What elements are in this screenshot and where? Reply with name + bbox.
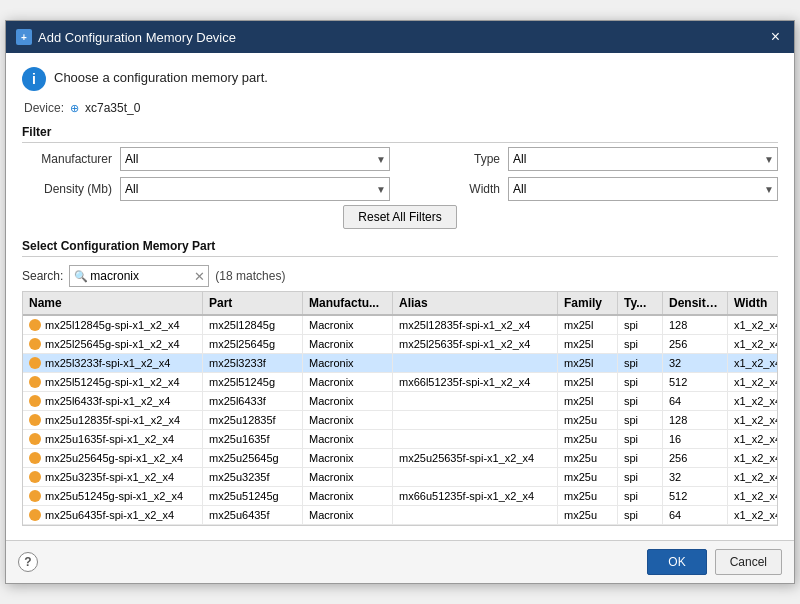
device-row: Device: ⊕ xc7a35t_0 [22, 101, 778, 115]
device-icon: ⊕ [70, 102, 79, 115]
cell-family: mx25l [558, 316, 618, 334]
row-icon [29, 338, 41, 350]
cell-manufacturer: Macronix [303, 487, 393, 505]
cell-name: mx25l3233f-spi-x1_x2_x4 [23, 354, 203, 372]
footer-left: ? [18, 552, 38, 572]
cell-width: x1_x2_x4 [728, 468, 777, 486]
search-clear-icon[interactable]: ✕ [194, 269, 205, 284]
cell-type: spi [618, 354, 663, 372]
filter-section-label: Filter [22, 125, 778, 143]
cell-family: mx25u [558, 449, 618, 467]
col-part: Part [203, 292, 303, 314]
type-select-wrapper: All ▼ [508, 147, 778, 171]
table-row[interactable]: mx25u51245g-spi-x1_x2_x4 mx25u51245g Mac… [23, 487, 777, 506]
cell-name: mx25u1635f-spi-x1_x2_x4 [23, 430, 203, 448]
col-type: Ty... [618, 292, 663, 314]
density-select[interactable]: All [120, 177, 390, 201]
cell-alias [393, 468, 558, 486]
type-label: Type [410, 152, 500, 166]
cell-name: mx25l25645g-spi-x1_x2_x4 [23, 335, 203, 353]
col-family: Family [558, 292, 618, 314]
row-icon [29, 509, 41, 521]
table-container: Name Part Manufactu... Alias Family Ty..… [22, 291, 778, 526]
table-row[interactable]: mx25u1635f-spi-x1_x2_x4 mx25u1635f Macro… [23, 430, 777, 449]
cell-width: x1_x2_x4 [728, 373, 777, 391]
row-icon [29, 376, 41, 388]
table-row[interactable]: mx25l51245g-spi-x1_x2_x4 mx25l51245g Mac… [23, 373, 777, 392]
cell-alias: mx25l25635f-spi-x1_x2_x4 [393, 335, 558, 353]
table-row[interactable]: mx25u12835f-spi-x1_x2_x4 mx25u12835f Mac… [23, 411, 777, 430]
cell-density: 64 [663, 506, 728, 524]
cell-type: spi [618, 449, 663, 467]
cell-alias [393, 411, 558, 429]
cell-density: 512 [663, 373, 728, 391]
cell-type: spi [618, 430, 663, 448]
cell-density: 128 [663, 316, 728, 334]
cell-alias [393, 354, 558, 372]
width-select-wrapper: All ▼ [508, 177, 778, 201]
cell-density: 128 [663, 411, 728, 429]
cell-manufacturer: Macronix [303, 354, 393, 372]
cell-width: x1_x2_x4 [728, 506, 777, 524]
cell-name: mx25l12845g-spi-x1_x2_x4 [23, 316, 203, 334]
cell-width: x1_x2_x4 [728, 354, 777, 372]
cell-type: spi [618, 468, 663, 486]
cell-family: mx25l [558, 354, 618, 372]
info-message: Choose a configuration memory part. [54, 67, 268, 85]
density-label: Density (Mb) [22, 182, 112, 196]
cell-part: mx25u1635f [203, 430, 303, 448]
cell-alias [393, 430, 558, 448]
width-select[interactable]: All [508, 177, 778, 201]
cell-width: x1_x2_x4 [728, 411, 777, 429]
cell-alias [393, 506, 558, 524]
table-row[interactable]: mx25l3233f-spi-x1_x2_x4 mx25l3233f Macro… [23, 354, 777, 373]
col-alias: Alias [393, 292, 558, 314]
close-button[interactable]: × [767, 27, 784, 47]
table-row[interactable]: mx25u6435f-spi-x1_x2_x4 mx25u6435f Macro… [23, 506, 777, 525]
cell-part: mx25l51245g [203, 373, 303, 391]
cell-part: mx25u25645g [203, 449, 303, 467]
cell-alias: mx66u51235f-spi-x1_x2_x4 [393, 487, 558, 505]
density-select-wrapper: All ▼ [120, 177, 390, 201]
search-row: Search: 🔍 ✕ (18 matches) [22, 265, 778, 287]
col-name: Name [23, 292, 203, 314]
cell-family: mx25u [558, 430, 618, 448]
cell-type: spi [618, 487, 663, 505]
reset-filters-button[interactable]: Reset All Filters [343, 205, 456, 229]
table-row[interactable]: mx25u3235f-spi-x1_x2_x4 mx25u3235f Macro… [23, 468, 777, 487]
table-row[interactable]: mx25l6433f-spi-x1_x2_x4 mx25l6433f Macro… [23, 392, 777, 411]
manufacturer-label: Manufacturer [22, 152, 112, 166]
manufacturer-select-wrapper: All ▼ [120, 147, 390, 171]
cell-alias [393, 392, 558, 410]
row-icon [29, 357, 41, 369]
cell-part: mx25l25645g [203, 335, 303, 353]
cancel-button[interactable]: Cancel [715, 549, 782, 575]
cell-type: spi [618, 335, 663, 353]
table-row[interactable]: mx25l12845g-spi-x1_x2_x4 mx25l12845g Mac… [23, 316, 777, 335]
title-bar: + Add Configuration Memory Device × [6, 21, 794, 53]
cell-density: 32 [663, 354, 728, 372]
cell-manufacturer: Macronix [303, 468, 393, 486]
type-select[interactable]: All [508, 147, 778, 171]
cell-name: mx25u6435f-spi-x1_x2_x4 [23, 506, 203, 524]
table-body: mx25l12845g-spi-x1_x2_x4 mx25l12845g Mac… [23, 316, 777, 525]
row-icon [29, 490, 41, 502]
search-input[interactable] [69, 265, 209, 287]
row-icon [29, 414, 41, 426]
cell-name: mx25l51245g-spi-x1_x2_x4 [23, 373, 203, 391]
table-row[interactable]: mx25l25645g-spi-x1_x2_x4 mx25l25645g Mac… [23, 335, 777, 354]
table-row[interactable]: mx25u25645g-spi-x1_x2_x4 mx25u25645g Mac… [23, 449, 777, 468]
ok-button[interactable]: OK [647, 549, 706, 575]
search-wrapper: 🔍 ✕ [69, 265, 209, 287]
help-button[interactable]: ? [18, 552, 38, 572]
density-row: Density (Mb) All ▼ [22, 177, 390, 201]
cell-type: spi [618, 411, 663, 429]
cell-name: mx25u3235f-spi-x1_x2_x4 [23, 468, 203, 486]
cell-family: mx25u [558, 468, 618, 486]
manufacturer-select[interactable]: All [120, 147, 390, 171]
cell-part: mx25l12845g [203, 316, 303, 334]
footer-right: OK Cancel [647, 549, 782, 575]
info-icon: i [22, 67, 46, 91]
cell-manufacturer: Macronix [303, 335, 393, 353]
cell-type: spi [618, 373, 663, 391]
